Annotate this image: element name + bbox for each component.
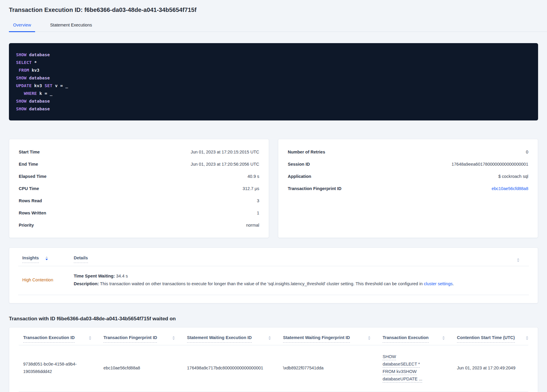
- row-label: End Time: [19, 162, 38, 167]
- cell-transaction-fingerprint-id: ebc10ae56cfd88a8: [99, 364, 183, 372]
- summary-row-start-time: Start Time Jun 01, 2023 at 17:20:15:2015…: [19, 146, 259, 158]
- summary-row-cpu-time: CPU Time 312.7 µs: [19, 182, 259, 195]
- summary-row-end-time: End Time Jun 01, 2023 at 17:20:56:2056 U…: [19, 158, 259, 170]
- cluster-settings-link[interactable]: cluster settings: [424, 281, 453, 286]
- sql-line: SELECT *: [16, 59, 531, 66]
- transaction-execution-link[interactable]: SHOW databaseSELECT * FROM kv3SHOW datab…: [383, 354, 422, 381]
- sort-icon[interactable]: [89, 336, 91, 340]
- row-value: 0: [526, 150, 528, 154]
- meta-row-retries: Number of Retries 0: [288, 146, 528, 158]
- row-value: 3: [257, 198, 259, 203]
- waited-on-heading: Transaction with ID f6be6366-da03-48de-a…: [9, 316, 538, 322]
- row-label: Start Time: [19, 150, 40, 154]
- cell-contention-start-time: Jun 01, 2023 at 17:20:49:2049: [452, 364, 528, 372]
- sql-line: SHOW database: [16, 105, 531, 113]
- sql-line: SHOW database: [16, 97, 531, 105]
- transaction-fingerprint-link[interactable]: ebc10ae56cfd88a8: [492, 186, 528, 191]
- row-label: Number of Retries: [288, 150, 325, 154]
- row-label: Application: [288, 174, 311, 179]
- tab-overview[interactable]: Overview: [9, 23, 35, 32]
- row-label: CPU Time: [19, 186, 39, 191]
- sql-line: FROM kv3: [16, 66, 531, 74]
- insight-badge-high-contention: High Contention: [18, 277, 70, 282]
- row-label: Rows Written: [19, 211, 46, 215]
- transaction-details-page: Transaction Execution ID: f6be6366-da03-…: [0, 0, 547, 392]
- sort-icon[interactable]: [268, 336, 271, 340]
- meta-row-session-id: Session ID 17648a9eea6017800000000000000…: [288, 158, 528, 170]
- row-value: $ cockroach sql: [498, 174, 528, 179]
- col-transaction-execution[interactable]: Transaction Execution: [383, 335, 429, 343]
- cell-transaction-execution: SHOW databaseSELECT * FROM kv3SHOW datab…: [378, 353, 452, 383]
- col-statement-waiting-fingerprint-id[interactable]: Statement Waiting Fingerprint ID: [283, 335, 350, 343]
- tab-bar: Overview Statement Executions: [9, 23, 547, 32]
- insight-description: Description: This transaction waited on …: [74, 280, 529, 288]
- row-label: Transaction Fingerprint ID: [288, 186, 341, 191]
- insights-header-row: Insights Details: [18, 255, 529, 263]
- sort-icon[interactable]: [526, 336, 528, 340]
- summary-row-elapsed-time: Elapsed Time 40.9 s: [19, 170, 259, 182]
- sql-line: WHERE k = _: [16, 90, 531, 97]
- sort-icon[interactable]: [442, 336, 445, 340]
- row-label: Priority: [19, 223, 34, 228]
- sort-desc-icon[interactable]: [45, 256, 48, 260]
- sort-icon[interactable]: [172, 336, 175, 340]
- waited-table-header-row: Transaction Execution ID Transaction Fin…: [19, 335, 528, 343]
- details-column-header[interactable]: Details: [74, 255, 88, 263]
- summary-row-priority: Priority normal: [19, 219, 259, 231]
- sort-icon[interactable]: [517, 258, 519, 262]
- col-statement-waiting-execution-id[interactable]: Statement Waiting Execution ID: [187, 335, 252, 343]
- row-label: Elapsed Time: [19, 174, 46, 179]
- sort-icon[interactable]: [368, 336, 370, 340]
- insights-column-header[interactable]: Insights: [22, 255, 39, 263]
- col-transaction-fingerprint-id[interactable]: Transaction Fingerprint ID: [103, 335, 157, 343]
- meta-row-fingerprint-id: Transaction Fingerprint ID ebc10ae56cfd8…: [288, 182, 528, 195]
- row-value: 1: [257, 211, 259, 215]
- insight-details: Time Spent Waiting: 34.4 s Description: …: [70, 272, 529, 288]
- cell-transaction-execution-id: 9738d051-bc0e-4158-a9b4-1903586ddd42: [19, 360, 99, 375]
- insight-row: High Contention Time Spent Waiting: 34.4…: [18, 266, 529, 295]
- execution-summary-card: Start Time Jun 01, 2023 at 17:20:15:2015…: [9, 139, 269, 238]
- cell-statement-waiting-execution-id: 176498a9c717bdc80000000000000001: [183, 364, 279, 372]
- summary-row-rows-read: Rows Read 3: [19, 195, 259, 207]
- execution-meta-card: Number of Retries 0 Session ID 17648a9ee…: [278, 139, 538, 238]
- row-value: 17648a9eea6017800000000000000001: [452, 162, 528, 167]
- row-label: Session ID: [288, 162, 310, 167]
- sql-line: UPDATE kv3 SET v = _: [16, 82, 531, 90]
- row-value: normal: [246, 223, 259, 228]
- summary-row-rows-written: Rows Written 1: [19, 207, 259, 219]
- col-transaction-execution-id[interactable]: Transaction Execution ID: [23, 335, 75, 343]
- page-title: Transaction Execution ID: f6be6366-da03-…: [9, 0, 538, 14]
- sql-line: SHOW database: [16, 51, 531, 59]
- row-value: 312.7 µs: [243, 186, 259, 191]
- cell-statement-waiting-fingerprint-id: \xdb8922f077541dda: [279, 364, 378, 372]
- row-label: Rows Read: [19, 198, 42, 203]
- sql-statements-box: SHOW database SELECT * FROM kv3 SHOW dat…: [9, 43, 538, 120]
- sql-line: SHOW database: [16, 74, 531, 82]
- time-spent-waiting: Time Spent Waiting: 34.4 s: [74, 272, 529, 280]
- waited-on-table-card: Transaction Execution ID Transaction Fin…: [9, 327, 538, 392]
- insights-table-card: Insights Details High Contention Time Sp…: [9, 247, 538, 303]
- summary-cards-row: Start Time Jun 01, 2023 at 17:20:15:2015…: [9, 139, 538, 238]
- meta-row-application: Application $ cockroach sql: [288, 170, 528, 182]
- tab-statement-executions[interactable]: Statement Executions: [46, 23, 96, 32]
- row-value: Jun 01, 2023 at 17:20:56:2056 UTC: [191, 162, 259, 167]
- row-value: 40.9 s: [248, 174, 260, 179]
- row-value: Jun 01, 2023 at 17:20:15:2015 UTC: [191, 150, 259, 154]
- waited-table-row: 9738d051-bc0e-4158-a9b4-1903586ddd42 ebc…: [19, 345, 528, 392]
- col-contention-start-time[interactable]: Contention Start Time (UTC): [457, 335, 515, 343]
